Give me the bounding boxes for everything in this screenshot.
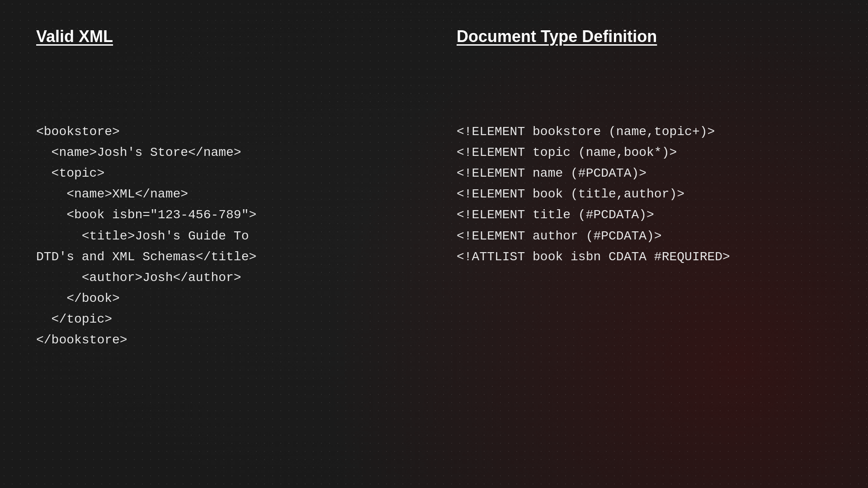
left-code-line: <topic> — [36, 163, 411, 184]
page-layout: Valid XML <bookstore> <name>Josh's Store… — [0, 0, 868, 488]
right-code-block: <!ELEMENT bookstore (name,topic+)><!ELEM… — [457, 59, 832, 267]
left-code-line: <title>Josh's Guide To — [36, 226, 411, 247]
left-code-line: <author>Josh</author> — [36, 267, 411, 288]
left-code-line: </topic> — [36, 309, 411, 330]
left-code-line: <name>XML</name> — [36, 184, 411, 205]
right-code-line: <!ELEMENT author (#PCDATA)> — [457, 226, 832, 247]
right-code-line: <!ELEMENT bookstore (name,topic+)> — [457, 122, 832, 142]
left-code-line: <book isbn="123-456-789"> — [36, 205, 411, 225]
left-code-line: <bookstore> — [36, 122, 411, 142]
left-code-line: </book> — [36, 288, 411, 309]
left-code-line: </bookstore> — [36, 330, 411, 351]
right-panel: Document Type Definition <!ELEMENT books… — [439, 27, 832, 461]
left-code-block: <bookstore> <name>Josh's Store</name> <t… — [36, 59, 411, 351]
left-code-line: DTD's and XML Schemas</title> — [36, 247, 411, 267]
right-code-line: <!ELEMENT name (#PCDATA)> — [457, 163, 832, 184]
right-code-line: <!ELEMENT book (title,author)> — [457, 184, 832, 205]
left-panel: Valid XML <bookstore> <name>Josh's Store… — [36, 27, 439, 461]
right-section-title: Document Type Definition — [457, 27, 832, 46]
right-code-line: <!ATTLIST book isbn CDATA #REQUIRED> — [457, 247, 832, 267]
left-code-line: <name>Josh's Store</name> — [36, 142, 411, 163]
right-code-line: <!ELEMENT title (#PCDATA)> — [457, 205, 832, 225]
right-code-line: <!ELEMENT topic (name,book*)> — [457, 142, 832, 163]
left-section-title: Valid XML — [36, 27, 411, 46]
